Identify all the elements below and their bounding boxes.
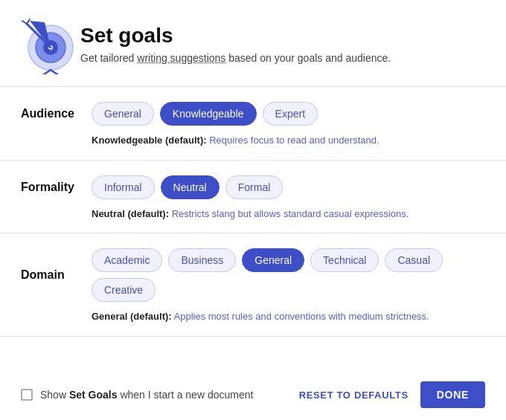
domain-description: General (default): Applies most rules an… <box>92 309 485 324</box>
domain-business-btn[interactable]: Business <box>168 248 236 272</box>
show-set-goals-checkbox[interactable] <box>21 389 33 401</box>
page-subtitle: Get tailored writing suggestions based o… <box>80 51 391 66</box>
header: Set goals Get tailored writing suggestio… <box>0 0 506 87</box>
subtitle-underline: writing suggestions <box>137 52 225 64</box>
footer-left: Show Set Goals when I start a new docume… <box>21 389 253 401</box>
domain-academic-btn[interactable]: Academic <box>92 248 162 272</box>
formality-informal-btn[interactable]: Informal <box>92 175 155 199</box>
formality-btn-group: Informal Neutral Formal <box>92 175 283 199</box>
audience-knowledgeable-btn[interactable]: Knowledgeable <box>160 102 257 126</box>
svg-line-7 <box>27 19 30 24</box>
main-container: Set goals Get tailored writing suggestio… <box>0 0 506 420</box>
domain-technical-btn[interactable]: Technical <box>310 248 379 272</box>
audience-label: Audience <box>21 107 92 120</box>
formality-formal-btn[interactable]: Formal <box>225 175 284 199</box>
svg-line-9 <box>51 70 60 74</box>
formality-label: Formality <box>21 181 92 194</box>
domain-label: Domain <box>21 268 92 282</box>
formality-description: Neutral (default): Restricts slang but a… <box>92 207 485 222</box>
audience-description: Knowledgeable (default): Requires focus … <box>92 133 485 148</box>
audience-desc-value: Requires focus to read and understand. <box>209 135 379 146</box>
audience-section: Audience General Knowledgeable Expert Kn… <box>0 87 506 161</box>
audience-general-btn[interactable]: General <box>92 102 154 126</box>
domain-btn-group: Academic Business General Technical Casu… <box>92 248 485 302</box>
domain-desc-key: General (default): <box>92 311 172 322</box>
domain-row: Domain Academic Business General Technic… <box>21 248 485 302</box>
footer: Show Set Goals when I start a new docume… <box>0 369 506 420</box>
footer-right: RESET TO DEFAULTS DONE <box>299 381 485 408</box>
done-button[interactable]: DONE <box>420 381 485 408</box>
domain-desc-value: Applies most rules and conventions with … <box>174 311 429 322</box>
formality-desc-key: Neutral (default): <box>92 208 169 219</box>
header-text: Set goals Get tailored writing suggestio… <box>80 24 391 66</box>
domain-creative-btn[interactable]: Creative <box>92 278 156 302</box>
target-icon <box>21 15 80 74</box>
domain-section: Domain Academic Business General Technic… <box>0 233 506 337</box>
audience-row: Audience General Knowledgeable Expert <box>21 102 485 126</box>
domain-general-btn[interactable]: General <box>242 248 304 272</box>
set-goals-bold: Set Goals <box>69 389 118 401</box>
formality-section: Formality Informal Neutral Formal Neutra… <box>0 161 506 234</box>
formality-row: Formality Informal Neutral Formal <box>21 175 485 199</box>
audience-btn-group: General Knowledgeable Expert <box>92 102 318 126</box>
page-title: Set goals <box>80 24 391 48</box>
show-set-goals-label: Show Set Goals when I start a new docume… <box>40 389 253 401</box>
reset-defaults-button[interactable]: RESET TO DEFAULTS <box>299 390 409 401</box>
svg-line-6 <box>22 21 27 24</box>
formality-neutral-btn[interactable]: Neutral <box>161 175 220 199</box>
formality-desc-value: Restricts slang but allows standard casu… <box>172 208 409 219</box>
audience-expert-btn[interactable]: Expert <box>263 102 318 126</box>
audience-desc-key: Knowledgeable (default): <box>92 135 207 146</box>
domain-casual-btn[interactable]: Casual <box>385 248 443 272</box>
svg-line-8 <box>42 70 51 74</box>
